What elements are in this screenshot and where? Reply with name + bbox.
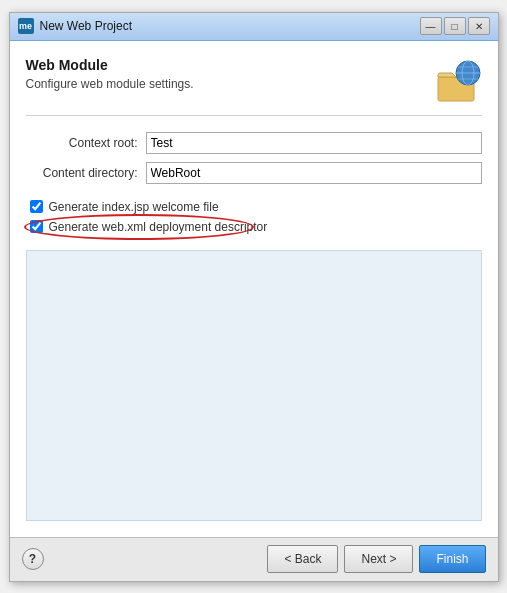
generate-index-checkbox[interactable] xyxy=(30,200,43,213)
help-button[interactable]: ? xyxy=(22,548,44,570)
module-subtitle: Configure web module settings. xyxy=(26,77,434,91)
generate-index-row: Generate index.jsp welcome file xyxy=(30,200,482,214)
form-section: Context root: Content directory: xyxy=(26,132,482,184)
empty-content-area xyxy=(26,250,482,521)
context-root-label: Context root: xyxy=(26,136,146,150)
bottom-bar: ? < Back Next > Finish xyxy=(10,537,498,581)
close-button[interactable]: ✕ xyxy=(468,17,490,35)
checkboxes-section: Generate index.jsp welcome file Generate… xyxy=(26,200,482,234)
globe-folder-icon xyxy=(434,57,482,105)
header-section: Web Module Configure web module settings… xyxy=(26,57,482,116)
context-root-input[interactable] xyxy=(146,132,482,154)
header-icon xyxy=(434,57,482,105)
content-directory-input[interactable] xyxy=(146,162,482,184)
content-directory-label: Content directory: xyxy=(26,166,146,180)
maximize-button[interactable]: □ xyxy=(444,17,466,35)
finish-button[interactable]: Finish xyxy=(419,545,485,573)
generate-webxml-row: Generate web.xml deployment descriptor xyxy=(30,220,482,234)
nav-buttons: < Back Next > Finish xyxy=(267,545,485,573)
header-text: Web Module Configure web module settings… xyxy=(26,57,434,91)
window-controls: — □ ✕ xyxy=(420,17,490,35)
minimize-button[interactable]: — xyxy=(420,17,442,35)
module-title: Web Module xyxy=(26,57,434,73)
generate-webxml-checkbox[interactable] xyxy=(30,220,43,233)
content-directory-row: Content directory: xyxy=(26,162,482,184)
generate-index-label[interactable]: Generate index.jsp welcome file xyxy=(49,200,219,214)
window-title: New Web Project xyxy=(40,19,420,33)
context-root-row: Context root: xyxy=(26,132,482,154)
title-bar: me New Web Project — □ ✕ xyxy=(10,13,498,41)
next-button[interactable]: Next > xyxy=(344,545,413,573)
generate-webxml-label[interactable]: Generate web.xml deployment descriptor xyxy=(49,220,268,234)
main-window: me New Web Project — □ ✕ Web Module Conf… xyxy=(9,12,499,582)
content-area: Web Module Configure web module settings… xyxy=(10,41,498,537)
window-icon: me xyxy=(18,18,34,34)
back-button[interactable]: < Back xyxy=(267,545,338,573)
